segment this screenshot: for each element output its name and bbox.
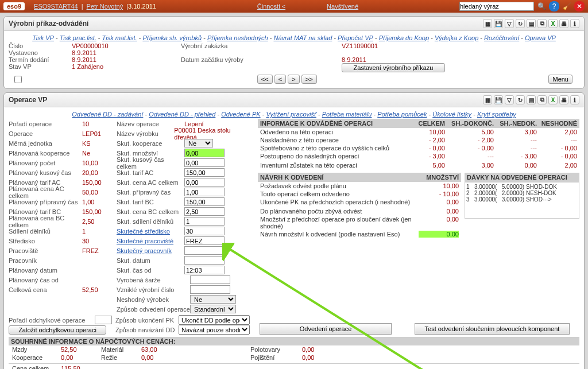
val: 115,50 xyxy=(61,365,101,369)
td: --- xyxy=(494,137,537,143)
input[interactable] xyxy=(190,285,230,294)
cinnosti[interactable]: Činnosti < xyxy=(257,3,285,10)
input[interactable] xyxy=(184,236,225,245)
input[interactable] xyxy=(184,246,225,255)
link[interactable]: Úkolové lístky xyxy=(432,111,471,118)
link[interactable]: Odvedené DD - přehled xyxy=(149,111,215,118)
th: DÁVKY NA ODVEDENÉ OPERACI xyxy=(467,174,567,181)
ukonceni-select[interactable]: Ukončit DD podle operace xyxy=(179,315,250,325)
new-icon[interactable]: ▦ xyxy=(483,19,492,28)
navazat-select[interactable]: Navázat pouze shodné DD xyxy=(179,325,250,335)
test-button[interactable]: Test odvedení sloučením plovoucích kompo… xyxy=(415,323,570,335)
odvedeni-button[interactable]: Odvedení operace xyxy=(260,323,392,335)
menu-button[interactable]: Menu xyxy=(548,75,572,84)
batch-row: 3 3.00000( 3.00000) SHOD---> xyxy=(466,196,578,203)
link[interactable]: Potřeba materiálu xyxy=(322,111,372,118)
link[interactable]: Oprava VP xyxy=(525,34,556,41)
select[interactable]: Ne xyxy=(184,139,213,147)
link[interactable]: Příjemka do Koop xyxy=(379,34,429,41)
checkbox[interactable] xyxy=(14,76,22,83)
input[interactable] xyxy=(184,217,225,226)
lbl: Mzdy xyxy=(12,346,61,353)
user-link[interactable]: Petr Novotný xyxy=(87,3,123,10)
new-icon[interactable]: ▦ xyxy=(483,95,492,104)
link[interactable]: Návrat MAT na sklad xyxy=(273,34,332,41)
save-icon[interactable]: 💾 xyxy=(494,95,503,104)
save-icon[interactable]: 💾 xyxy=(494,19,503,28)
link[interactable]: Rozúčtování xyxy=(484,34,519,41)
link[interactable]: Výdejka z Koop xyxy=(435,34,478,41)
link[interactable]: Příjemka sh. výrobků xyxy=(142,34,202,41)
select[interactable]: Standardní xyxy=(190,305,236,313)
input[interactable] xyxy=(184,197,225,206)
td: - 0,00 xyxy=(405,145,445,152)
link[interactable]: Tisk prac.list. xyxy=(60,34,96,41)
td: Do plánovaného počtu zbývá odvést xyxy=(260,208,419,215)
nav-first[interactable]: << xyxy=(257,75,273,84)
odchylka-input[interactable] xyxy=(95,316,112,324)
td: - 2,00 xyxy=(405,137,445,143)
expand-icon[interactable]: ⧉ xyxy=(537,19,547,28)
filter-icon[interactable]: ▽ xyxy=(505,95,514,104)
link[interactable]: Tisk VP xyxy=(32,34,54,41)
link[interactable]: Skutečný pracovník xyxy=(117,247,184,254)
td: Touto operací celkem odvedeno xyxy=(260,191,419,197)
refresh-icon[interactable]: ↻ xyxy=(516,19,525,28)
help-icon[interactable]: ? xyxy=(549,1,559,11)
filter-icon[interactable]: ▽ xyxy=(505,19,514,28)
expand-icon[interactable]: ⧉ xyxy=(537,95,547,104)
print-icon[interactable]: 🖶 xyxy=(559,95,568,104)
input[interactable] xyxy=(184,256,225,265)
export-icon[interactable]: X xyxy=(548,19,558,28)
input[interactable] xyxy=(184,158,225,167)
stop-vp-button[interactable]: Zastavení výrobního příkazu xyxy=(342,63,445,72)
search-input[interactable] xyxy=(459,2,534,11)
link[interactable]: Skutečné pracoviště xyxy=(117,238,184,244)
td: --- xyxy=(537,137,577,143)
print-icon[interactable]: 🖶 xyxy=(559,19,568,28)
val: 1 xyxy=(82,228,110,235)
th: CELKEM xyxy=(405,120,445,127)
link[interactable]: Tisk mat.list. xyxy=(102,34,137,41)
grid-icon[interactable]: ▤ xyxy=(527,19,536,28)
link[interactable]: Krytí spotřeby xyxy=(477,111,516,118)
nav-prev[interactable]: < xyxy=(274,75,286,84)
navstivene[interactable]: Navštívené xyxy=(327,3,358,10)
link[interactable]: Přepočet VP xyxy=(338,34,373,41)
input[interactable] xyxy=(184,149,225,157)
app-link[interactable]: ESO9START44 xyxy=(34,3,78,10)
link[interactable]: Skutečné středisko xyxy=(117,228,184,235)
input[interactable] xyxy=(184,207,225,216)
input[interactable] xyxy=(184,266,225,274)
input[interactable] xyxy=(184,178,225,187)
info-icon[interactable]: ℹ xyxy=(570,95,579,104)
link[interactable]: Příjemka neshodných xyxy=(207,34,268,41)
td: Spotřebováno z této operace do vyšších c… xyxy=(260,145,405,152)
lbl: Operace xyxy=(9,130,82,137)
td: 0,00 xyxy=(419,216,459,230)
info-icon[interactable]: ℹ xyxy=(570,19,579,28)
panel2-linkbar: Odvedené DD - zadávání - Odvedené DD - p… xyxy=(9,110,579,119)
link[interactable]: Odvedené PK xyxy=(221,111,261,118)
export-icon[interactable]: X xyxy=(548,95,558,104)
input[interactable] xyxy=(184,168,225,177)
tools-icon[interactable]: 🧹 xyxy=(562,1,572,11)
link[interactable]: Odvedené DD - zadávání xyxy=(72,111,143,118)
close-icon[interactable]: ✕ xyxy=(574,1,585,11)
select[interactable]: Ne xyxy=(190,295,236,304)
nav-next[interactable]: > xyxy=(288,75,299,84)
nav-last[interactable]: >> xyxy=(301,75,317,84)
input[interactable] xyxy=(184,188,225,196)
link[interactable]: Vytížení pracovišť xyxy=(266,111,316,118)
lbl: Pojištění xyxy=(250,354,302,361)
search-icon[interactable]: 🔍 xyxy=(536,1,547,11)
zalozit-odchylku-button[interactable]: Založit odchylkovou operaci xyxy=(9,325,106,335)
input[interactable] xyxy=(190,275,230,284)
grid-icon[interactable]: ▤ xyxy=(527,95,536,104)
input[interactable] xyxy=(184,227,225,235)
refresh-icon[interactable]: ↻ xyxy=(516,95,525,104)
lbl: Název výrobku xyxy=(117,130,174,137)
link[interactable]: Potřeba pomůcek xyxy=(377,111,427,118)
logo: eso9 xyxy=(3,2,25,10)
lbl: Středisko xyxy=(9,238,82,244)
